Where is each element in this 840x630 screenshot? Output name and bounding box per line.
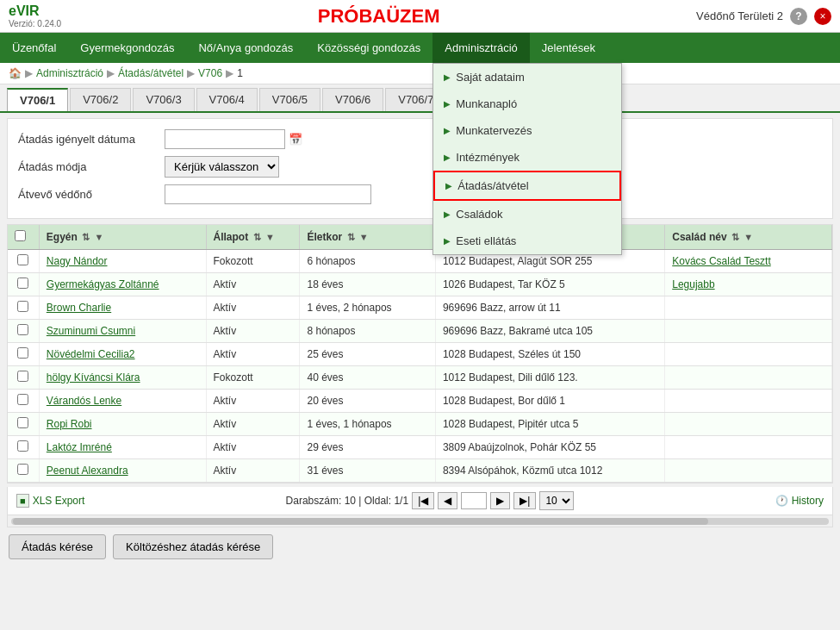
breadcrumb-v706[interactable]: V706: [198, 67, 222, 79]
row-allapot: Aktív: [206, 296, 300, 320]
tabs-bar: V706/1 V706/2 V706/3 V706/4 V706/5 V706/…: [0, 84, 840, 113]
row-checkbox-cell: [8, 320, 39, 343]
table-row: Várandós LenkeAktív20 éves1028 Budapest,…: [8, 390, 832, 413]
egyen-sort-icon[interactable]: ⇅: [82, 232, 90, 242]
dropdown-item-munkanaplo[interactable]: ▶ Munkanapló: [433, 90, 621, 117]
csalad-link[interactable]: Legujabb: [672, 278, 714, 290]
help-button[interactable]: ?: [790, 8, 807, 25]
egyen-filter-icon[interactable]: ▼: [95, 232, 104, 242]
arrow-icon: ▶: [444, 153, 451, 162]
scroll-thumb[interactable]: [13, 518, 708, 525]
tab-v706-3[interactable]: V706/3: [133, 88, 194, 111]
row-checkbox-cell: [8, 436, 39, 459]
nav-item-kozossegi[interactable]: Közösségi gondozás: [305, 33, 432, 63]
row-checkbox[interactable]: [17, 464, 28, 475]
count-label: Darabszám: 10 | Oldal: 1/1: [286, 495, 409, 507]
egyen-link[interactable]: Brown Charlie: [47, 302, 111, 314]
table-row: Laktóz ImrénéAktív29 éves3809 Abaújzolno…: [8, 436, 832, 459]
csalad-filter-icon[interactable]: ▼: [744, 232, 753, 242]
xls-export-button[interactable]: ■ XLS Export: [16, 494, 84, 508]
row-checkbox[interactable]: [17, 347, 28, 359]
dropdown-item-eseti-ellatas[interactable]: ▶ Eseti ellátás: [433, 228, 621, 254]
row-checkbox[interactable]: [17, 394, 28, 405]
allapot-sort-icon[interactable]: ⇅: [253, 232, 261, 242]
select-all-checkbox[interactable]: [15, 230, 26, 241]
nav-item-uzenofal[interactable]: Üzenőfal: [0, 33, 68, 63]
home-icon[interactable]: 🏠: [9, 67, 22, 79]
row-csalad: [665, 296, 832, 320]
breadcrumb-admin[interactable]: Adminisztráció: [36, 67, 103, 79]
nav-item-no-anya[interactable]: Nő/Anya gondozás: [186, 33, 305, 63]
tab-v706-5[interactable]: V706/5: [259, 88, 320, 111]
horizontal-scrollbar[interactable]: [7, 515, 833, 527]
row-eletkor: 40 éves: [300, 366, 435, 390]
row-checkbox[interactable]: [17, 254, 28, 265]
next-page-button[interactable]: ▶: [490, 492, 510, 509]
row-checkbox[interactable]: [17, 278, 28, 289]
row-csalad: [665, 436, 832, 459]
col-egyen-header: Egyén ⇅ ▼: [39, 225, 206, 250]
receiver-input[interactable]: [165, 184, 371, 204]
first-page-button[interactable]: |◀: [412, 492, 434, 509]
nav-item-gyermekgondozas[interactable]: Gyermekgondozás: [68, 33, 186, 63]
row-cim: 969696 Bazz, Bakramé utca 105: [435, 320, 664, 343]
egyen-link[interactable]: Peenut Alexandra: [47, 465, 128, 477]
row-checkbox[interactable]: [17, 371, 28, 382]
per-page-select[interactable]: 10 25 50: [539, 491, 574, 510]
row-csalad: [665, 459, 832, 483]
egyen-link[interactable]: Szuminumi Csumni: [47, 325, 135, 337]
dropdown-item-intezmenyek[interactable]: ▶ Intézmények: [433, 144, 621, 171]
table-row: hölgy Kíváncsi KláraFokozott40 éves1012 …: [8, 366, 832, 390]
page-number-input[interactable]: 1: [461, 492, 487, 509]
history-button[interactable]: 🕐 History: [775, 495, 824, 507]
prev-page-button[interactable]: ◀: [438, 492, 457, 509]
atadas-kerese-button[interactable]: Átadás kérése: [9, 534, 106, 559]
history-icon: 🕐: [775, 495, 788, 507]
mode-select[interactable]: Kérjük válasszon: [165, 156, 279, 178]
eletkor-sort-icon[interactable]: ⇅: [347, 232, 355, 242]
tab-v706-1[interactable]: V706/1: [7, 88, 68, 111]
row-eletkor: 6 hónapos: [300, 250, 435, 273]
row-allapot: Aktív: [206, 320, 300, 343]
row-cim: 1028 Budapest, Széles út 150: [435, 343, 664, 366]
csalad-sort-icon[interactable]: ⇅: [731, 232, 739, 242]
last-page-button[interactable]: ▶|: [513, 492, 536, 509]
calendar-icon[interactable]: 📅: [289, 133, 302, 146]
dropdown-item-atadas-atvétel[interactable]: ▶ Átadás/átvétel: [433, 171, 621, 201]
row-checkbox[interactable]: [17, 301, 28, 312]
egyen-link[interactable]: Laktóz Imréné: [47, 441, 112, 453]
row-allapot: Aktív: [206, 459, 300, 483]
scroll-track[interactable]: [11, 518, 829, 525]
row-allapot: Aktív: [206, 390, 300, 413]
egyen-link[interactable]: Ropi Robi: [47, 418, 92, 430]
nav-item-adminisztracio[interactable]: Adminisztráció ▶ Saját adataim ▶ Munkana…: [432, 33, 530, 63]
nav-item-jelentesek[interactable]: Jelentések: [530, 33, 607, 63]
row-checkbox[interactable]: [17, 417, 28, 428]
allapot-filter-icon[interactable]: ▼: [265, 232, 275, 242]
row-checkbox[interactable]: [17, 324, 28, 335]
dropdown-item-sajat-adataim[interactable]: ▶ Saját adataim: [433, 64, 621, 90]
dropdown-item-munkatervezes[interactable]: ▶ Munkatervezés: [433, 117, 621, 144]
egyen-link[interactable]: Nagy Nándor: [47, 255, 108, 267]
tab-v706-6[interactable]: V706/6: [322, 88, 383, 111]
egyen-link[interactable]: hölgy Kíváncsi Klára: [47, 371, 140, 384]
dropdown-item-csaladok[interactable]: ▶ Családok: [433, 201, 621, 228]
tab-v706-2[interactable]: V706/2: [70, 88, 131, 111]
close-button[interactable]: ×: [814, 8, 831, 25]
row-allapot: Fokozott: [206, 250, 300, 273]
version: Verzió: 0.24.0: [9, 19, 61, 28]
date-input[interactable]: [165, 129, 285, 149]
egyen-link[interactable]: Várandós Lenke: [47, 395, 121, 407]
row-egyen: hölgy Kíváncsi Klára: [39, 366, 206, 390]
tab-v706-4[interactable]: V706/4: [196, 88, 258, 111]
row-allapot: Aktív: [206, 436, 300, 459]
egyen-link[interactable]: Növédelmi Cecilia2: [47, 348, 135, 360]
row-checkbox-cell: [8, 343, 39, 366]
row-checkbox[interactable]: [17, 440, 28, 452]
eletkor-filter-icon[interactable]: ▼: [359, 232, 369, 242]
breadcrumb-atadas[interactable]: Átadás/átvétel: [118, 67, 184, 79]
csalad-link[interactable]: Kovács Család Tesztt: [672, 255, 771, 267]
koltozeshez-atadas-button[interactable]: Költözéshez átadás kérése: [113, 534, 273, 559]
row-csalad: [665, 343, 832, 366]
egyen-link[interactable]: Gyermekágyas Zoltánné: [47, 278, 159, 290]
